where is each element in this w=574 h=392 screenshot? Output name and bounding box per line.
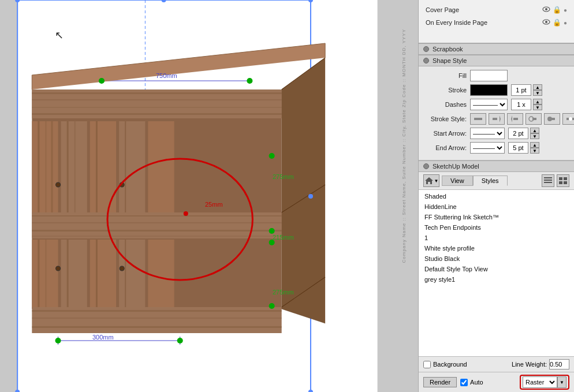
auto-checkbox[interactable] [460,379,468,386]
style-1[interactable]: 1 [419,233,574,243]
scrapbook-label: Scrapbook [433,46,463,53]
page-item-cover[interactable]: Cover Page 🔒 ● [419,3,574,16]
line-weight-label: Line Weight: [512,361,547,368]
svg-rect-36 [125,121,126,214]
home-button[interactable]: ▼ [423,174,439,187]
sketchup-model-header: SketchUp Model [419,160,574,172]
end-arrow-value-input[interactable] [508,142,528,154]
page-icons-cover: 🔒 ● [542,6,567,14]
styles-list: Shaded HiddenLine FF Stuttering Ink Sket… [419,190,574,356]
stroke-style-label: Stroke Style: [423,115,467,122]
dot-icon-inside: ● [564,20,567,26]
start-arrow-select[interactable]: ———— ——→ [470,128,505,139]
render-button[interactable]: Render [423,377,457,387]
eye-icon-cover[interactable] [542,6,550,13]
svg-point-85 [184,211,188,216]
stroke-value-input[interactable] [511,84,531,96]
stroke-style-btn-6[interactable] [562,113,574,125]
fill-color-box[interactable] [470,70,508,81]
dashes-value-input[interactable] [511,99,531,110]
raster-select-group: Raster Vector Hybrid ▼ [520,375,569,390]
svg-point-100 [569,117,572,121]
line-weight-group: Line Weight: [512,359,569,369]
start-arrow-row: Start Arrow: ———— ——→ ▲ ▼ [423,128,569,139]
stroke-up-btn[interactable]: ▲ [533,84,542,90]
stroke-color-box[interactable] [470,84,508,96]
svg-point-80 [269,303,275,309]
style-greystyle1[interactable]: grey style1 [419,274,574,285]
lock-icon-inside[interactable]: 🔒 [553,18,561,27]
measurement-300: 300mm [92,334,114,341]
stroke-label: Stroke [423,87,467,94]
canvas-svg [0,0,418,392]
style-whitestyle[interactable]: White style profile [419,243,574,253]
grid-view-btn[interactable] [557,174,569,187]
end-arrow-label: End Arrow: [423,144,467,151]
style-defaulttop[interactable]: Default Style Top View [419,264,574,274]
tab-view[interactable]: View [442,176,473,186]
end-arrow-select[interactable]: ———— ——→ [470,142,505,154]
style-shaded[interactable]: Shaded [419,191,574,201]
page-icons-inside: 🔒 ● [542,18,567,27]
sketchup-dot [423,163,429,169]
start-arrow-label: Start Arrow: [423,130,467,137]
svg-point-68 [56,182,61,187]
end-arrow-up-btn[interactable]: ▲ [530,142,539,148]
svg-rect-26 [32,121,58,214]
svg-rect-51 [125,240,126,309]
svg-rect-56 [32,326,281,328]
model-toolbar: ▼ View Styles [419,172,574,190]
line-weight-input[interactable] [549,359,569,369]
end-arrow-down-btn[interactable]: ▼ [530,148,539,154]
svg-rect-48 [90,240,116,309]
auto-label: Auto [470,379,483,386]
dot-icon-cover: ● [564,7,567,13]
style-techpen[interactable]: Tech Pen Endpoints [419,222,574,233]
svg-rect-94 [513,118,518,120]
measurement-275a: 275mm [273,173,294,180]
stroke-style-btn-1[interactable] [470,113,486,125]
svg-rect-42 [32,236,281,237]
svg-rect-27 [38,121,39,214]
watermark-text: Company Name :: Street Name, Suite Numbe… [401,29,407,263]
start-arrow-up-btn[interactable]: ▲ [530,128,539,133]
svg-point-83 [55,338,61,344]
stroke-stepper: ▲ ▼ [511,84,542,96]
background-checkbox[interactable] [423,361,431,368]
raster-select[interactable]: Raster Vector Hybrid [523,376,557,388]
style-ffstuttering[interactable]: FF Stuttering Ink Sketch™ [419,212,574,222]
svg-rect-29 [51,121,53,214]
dashes-up-btn[interactable]: ▲ [533,99,542,104]
svg-rect-28 [45,121,46,214]
svg-point-87 [545,8,547,10]
svg-rect-54 [32,310,281,312]
list-view-btn[interactable] [542,174,554,187]
svg-rect-55 [32,318,281,319]
lock-icon-cover[interactable]: 🔒 [553,6,561,14]
eye-icon-inside[interactable] [542,19,550,26]
svg-point-79 [269,153,275,159]
start-arrow-value-input[interactable] [508,128,528,139]
dashes-row: Dashes ———— - - - - · · · · ▲ ▼ [423,99,569,110]
start-arrow-stepper: ▲ ▼ [508,128,539,139]
stroke-style-btn-4[interactable] [525,113,542,125]
dashes-down-btn[interactable]: ▼ [533,104,542,110]
svg-point-77 [99,78,105,84]
style-hiddenline[interactable]: HiddenLine [419,201,574,212]
tab-styles[interactable]: Styles [473,176,508,186]
svg-rect-41 [32,230,281,232]
stroke-style-btn-3[interactable] [507,113,523,125]
dashes-select[interactable]: ———— - - - - · · · · [470,99,508,110]
svg-rect-31 [67,121,69,214]
page-item-inside[interactable]: On Every Inside Page 🔒 ● [419,16,574,29]
stroke-style-btn-5[interactable] [544,113,560,125]
shape-style-header: Shape Style [419,55,574,66]
style-studioblack[interactable]: Studio Black [419,253,574,264]
svg-rect-108 [564,181,567,184]
scrapbook-header: Scrapbook [419,43,574,55]
start-arrow-down-btn[interactable]: ▼ [530,133,539,139]
stroke-down-btn[interactable]: ▼ [533,90,542,96]
stroke-style-btn-2[interactable] [489,113,505,125]
canvas-area[interactable]: 750mm 275mm 25mm 275mm 215mm 300mm ↖ Com… [0,0,418,392]
raster-dropdown-arrow[interactable]: ▼ [557,376,566,388]
